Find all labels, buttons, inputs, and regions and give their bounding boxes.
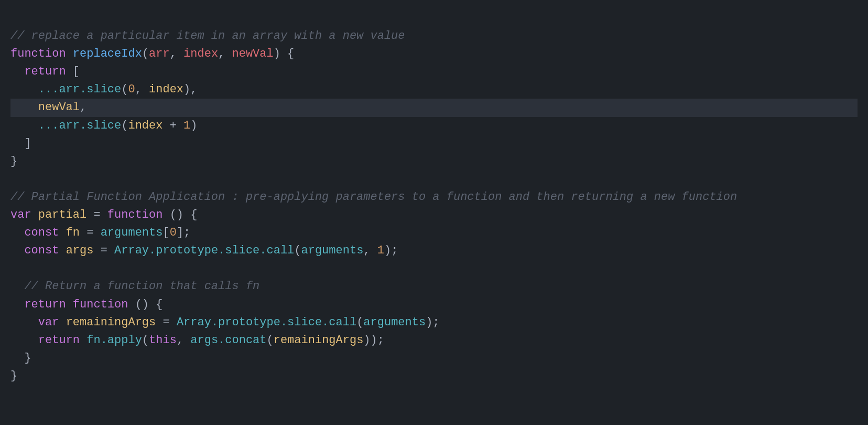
code-line: // Partial Function Application : pre-ap…	[10, 188, 858, 206]
code-line: var partial = function () {	[10, 206, 858, 224]
code-line: newVal,	[10, 99, 858, 116]
code-line: }	[10, 367, 858, 385]
code-line: ...arr.slice(0, index),	[10, 81, 858, 99]
code-editor: // replace a particular item in an array…	[0, 0, 868, 395]
code-line: }	[10, 153, 858, 171]
code-line: // replace a particular item in an array…	[10, 27, 858, 45]
code-line: const args = Array.prototype.slice.call(…	[10, 242, 858, 260]
code-line: ...arr.slice(index + 1)	[10, 117, 858, 135]
code-line	[10, 260, 858, 278]
code-line	[10, 171, 858, 188]
code-line: }	[10, 349, 858, 367]
code-line: var remainingArgs = Array.prototype.slic…	[10, 314, 858, 332]
code-line: return fn.apply(this, args.concat(remain…	[10, 332, 858, 349]
code-line: function replaceIdx(arr, index, newVal) …	[10, 45, 858, 63]
code-line: ]	[10, 135, 858, 153]
code-line: return function () {	[10, 296, 858, 314]
code-line: return [	[10, 63, 858, 81]
code-line: // Return a function that calls fn	[10, 278, 858, 295]
code-line: const fn = arguments[0];	[10, 224, 858, 242]
